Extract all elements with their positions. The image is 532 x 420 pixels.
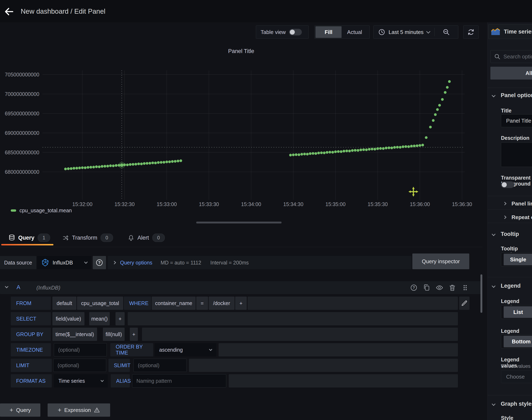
table-view-toggle[interactable]	[289, 29, 302, 35]
query-groupby-row: GROUP BY time($__interval) fill(null) +	[0, 328, 482, 341]
groupby-add-button[interactable]: +	[130, 328, 138, 341]
orderby-select[interactable]: ascending	[155, 343, 216, 356]
query-options-link[interactable]: Query options	[120, 260, 152, 266]
from-keyword[interactable]: FROM	[11, 297, 51, 310]
alias-keyword[interactable]: ALIAS	[111, 374, 130, 388]
section-tooltip[interactable]: Tooltip	[488, 229, 532, 239]
toggle-knob	[290, 30, 295, 35]
zoom-out-icon	[443, 28, 450, 36]
toggle-knob	[502, 182, 507, 187]
slimit-keyword[interactable]: SLIMIT	[108, 359, 130, 372]
edit-mode-button[interactable]	[459, 297, 470, 310]
time-series-chart[interactable]: 7050000000007000000000006950000000006900…	[0, 66, 482, 211]
section-graph-styles[interactable]: Graph styles	[488, 399, 532, 408]
table-view-label: Table view	[261, 29, 286, 35]
formatas-keyword[interactable]: FORMAT AS	[11, 374, 52, 388]
time-range-button[interactable]: Last 5 minutes	[378, 29, 430, 36]
chevron-right-icon	[503, 216, 506, 219]
limit-input[interactable]	[53, 362, 106, 368]
tooltip-mode-single[interactable]: Single	[504, 254, 532, 265]
query-inspector-button[interactable]: Query inspector	[412, 254, 469, 269]
legend-series-label[interactable]: cpu_usage_total.mean	[19, 208, 72, 213]
eye-icon[interactable]	[435, 284, 443, 292]
add-query-button[interactable]: + Query	[0, 404, 40, 417]
refresh-button[interactable]	[463, 26, 479, 39]
groupby-fill[interactable]: fill(null)	[103, 328, 125, 341]
svg-text:15:34:30: 15:34:30	[283, 201, 303, 207]
section-repeat-options[interactable]: Repeat options	[488, 212, 532, 222]
select-field[interactable]: field(value)	[52, 312, 85, 325]
where-field[interactable]: container_name	[152, 297, 196, 310]
svg-text:15:35:00: 15:35:00	[325, 201, 345, 207]
where-value[interactable]: /docker	[209, 297, 234, 310]
back-button[interactable]	[4, 6, 14, 17]
tab-query[interactable]: Query 1	[8, 230, 50, 245]
groupby-time[interactable]: time($__interval)	[52, 328, 97, 341]
options-search-box	[490, 50, 532, 63]
select-keyword[interactable]: SELECT	[11, 312, 51, 325]
zoom-out-button[interactable]	[434, 28, 458, 36]
row-filler	[189, 359, 458, 372]
section-legend[interactable]: Legend	[488, 281, 532, 290]
trash-icon[interactable]	[448, 284, 456, 292]
actual-button[interactable]: Actual	[342, 26, 368, 38]
section-label: Legend	[501, 283, 521, 289]
select-add-button[interactable]: +	[115, 312, 125, 325]
options-filter-all-button[interactable]: All	[490, 67, 532, 79]
visualization-picker[interactable]: Time series	[488, 24, 532, 39]
tab-alert[interactable]: Alert 0	[128, 230, 165, 245]
legend-color-swatch	[11, 209, 16, 212]
drag-handle-icon[interactable]	[461, 284, 469, 292]
query-options-bar[interactable]: Query options MD = auto = 1112 Interval …	[108, 256, 412, 269]
section-panel-links[interactable]: Panel links	[488, 199, 532, 208]
limit-keyword[interactable]: LIMIT	[11, 359, 52, 372]
fill-button[interactable]: Fill	[316, 26, 342, 38]
collapse-chevron-icon[interactable]	[5, 285, 9, 288]
datasource-picker[interactable]: InfluxDB	[37, 256, 91, 269]
scrollbar-thumb[interactable]	[480, 274, 482, 313]
from-measurement[interactable]: cpu_usage_total	[77, 297, 123, 310]
where-operator[interactable]: =	[196, 297, 208, 310]
timezone-input-wrap	[54, 343, 107, 356]
tab-transform-label: Transform	[72, 235, 97, 241]
svg-text:680000000000: 680000000000	[5, 169, 39, 175]
panel-title-input[interactable]	[501, 118, 532, 124]
chevron-down-icon	[426, 30, 430, 33]
query-count-badge: 1	[38, 234, 50, 242]
help-icon[interactable]: ?	[410, 284, 418, 292]
where-keyword[interactable]: WHERE	[124, 297, 151, 310]
options-search-input[interactable]	[503, 53, 532, 60]
alias-input[interactable]	[132, 378, 226, 384]
svg-text:15:33:00: 15:33:00	[157, 201, 177, 207]
section-panel-options[interactable]: Panel options	[488, 91, 532, 100]
tab-transform[interactable]: Transform 0	[62, 230, 113, 245]
timezone-input[interactable]	[54, 347, 107, 353]
timezone-keyword[interactable]: TIMEZONE	[11, 343, 51, 356]
fill-actual-group: Fill Actual	[315, 26, 370, 39]
legend-placement-bottom[interactable]: Bottom	[504, 336, 532, 347]
panel-resize-handle[interactable]	[196, 222, 282, 224]
query-row-header[interactable]: A (InfluxDB) ?	[0, 281, 482, 294]
legend-mode-list[interactable]: List	[504, 306, 532, 318]
from-retention-policy[interactable]: default	[52, 297, 76, 310]
slimit-input[interactable]	[134, 362, 187, 368]
tab-alert-label: Alert	[137, 235, 149, 241]
where-add-button[interactable]: +	[235, 297, 247, 310]
transparent-bg-toggle[interactable]	[501, 181, 514, 188]
legend-values-select[interactable]: Choose	[501, 370, 532, 383]
datasource-help-button[interactable]: ?	[93, 256, 106, 269]
plus-icon: +	[10, 406, 13, 414]
formatas-select[interactable]: Time series	[54, 374, 108, 388]
duplicate-icon[interactable]	[423, 284, 431, 292]
svg-text:15:36:00: 15:36:00	[410, 201, 430, 207]
divider	[488, 196, 532, 196]
section-label: Graph styles	[501, 401, 532, 407]
active-tab-indicator	[1, 244, 53, 245]
groupby-keyword[interactable]: GROUP BY	[11, 328, 51, 341]
select-aggregate[interactable]: mean()	[89, 312, 110, 325]
add-query-label: Query	[16, 407, 31, 413]
orderby-keyword[interactable]: ORDER BY TIME	[110, 343, 153, 356]
add-expression-button[interactable]: + Expression	[48, 404, 110, 417]
svg-text:?: ?	[413, 285, 415, 290]
description-textarea[interactable]	[501, 142, 532, 167]
